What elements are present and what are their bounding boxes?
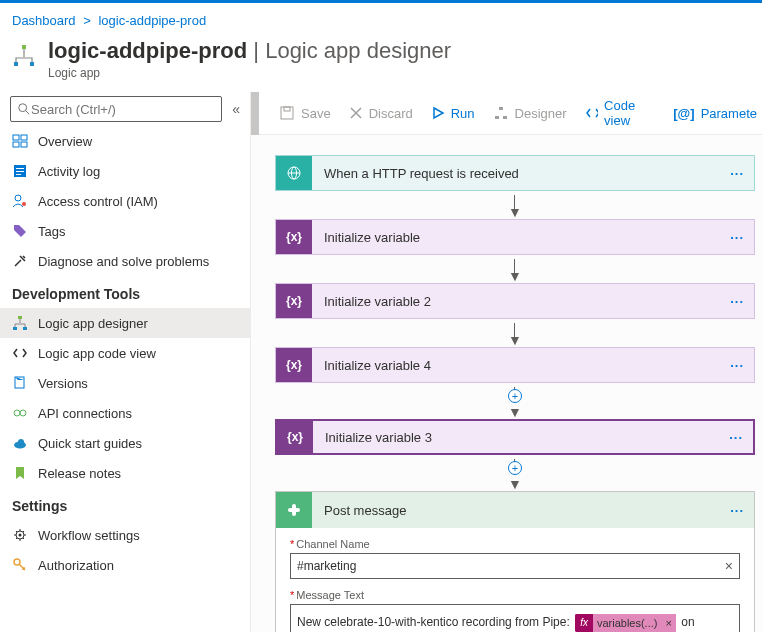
breadcrumb-separator: > [83, 13, 91, 28]
add-step-button[interactable]: + [508, 461, 522, 475]
step-menu-button[interactable]: ··· [720, 294, 754, 309]
svg-point-14 [22, 202, 26, 206]
nav-quickstart[interactable]: Quick start guides [0, 428, 250, 458]
flow-arrow-plus: + ▼ [508, 459, 522, 487]
step-menu-button[interactable]: ··· [720, 230, 754, 245]
resource-type-label: Logic app [48, 66, 451, 80]
msg-text: on [681, 615, 694, 629]
post-message-header[interactable]: Post message ··· [276, 492, 754, 528]
nav-logic-app-designer[interactable]: Logic app designer [0, 308, 250, 338]
svg-point-20 [20, 410, 26, 416]
channel-value: #marketing [297, 559, 356, 573]
versions-icon [12, 375, 28, 391]
svg-rect-2 [30, 62, 34, 66]
breadcrumb: Dashboard > logic-addpipe-prod [0, 3, 762, 34]
step-menu-button[interactable]: ··· [720, 503, 754, 518]
run-button[interactable]: Run [431, 106, 475, 121]
step-title: Post message [312, 503, 720, 518]
flow-arrow: ▼ [508, 195, 522, 215]
svg-rect-1 [14, 62, 18, 66]
svg-rect-7 [13, 142, 19, 147]
nav-api-connections[interactable]: API connections [0, 398, 250, 428]
nav-label: Diagnose and solve problems [38, 254, 209, 269]
svg-point-22 [18, 439, 24, 445]
svg-rect-10 [16, 168, 24, 169]
post-message-body: *Channel Name #marketing × *Message Text… [276, 528, 754, 632]
step-title: Initialize variable 4 [312, 358, 720, 373]
svg-rect-15 [18, 316, 22, 319]
search-input[interactable] [10, 96, 222, 122]
svg-rect-5 [13, 135, 19, 140]
channel-name-input[interactable]: #marketing × [290, 553, 740, 579]
svg-rect-26 [281, 107, 293, 119]
parameters-button[interactable]: [@] Paramete [673, 106, 757, 121]
nav-release-notes[interactable]: Release notes [0, 458, 250, 488]
step-init-var-1[interactable]: {x} Initialize variable ··· [275, 219, 755, 255]
save-icon [279, 105, 295, 121]
svg-rect-8 [21, 142, 27, 147]
message-text-input[interactable]: New celebrate-10-with-kentico recording … [290, 604, 740, 632]
nav-tags[interactable]: Tags [0, 216, 250, 246]
step-init-var-3[interactable]: {x} Initialize variable 3 ··· [275, 419, 755, 455]
flow-arrow: ▼ [508, 323, 522, 343]
search-icon [17, 102, 31, 116]
step-http-trigger[interactable]: When a HTTP request is received ··· [275, 155, 755, 191]
flow-arrow: ▼ [508, 259, 522, 279]
variable-icon: {x} [276, 220, 312, 254]
expression-token[interactable]: fxvariables(...)× [575, 614, 676, 632]
svg-point-24 [19, 534, 22, 537]
nav-label: Workflow settings [38, 528, 140, 543]
svg-rect-35 [292, 504, 296, 516]
slack-icon [276, 492, 312, 528]
collapse-sidebar-button[interactable]: « [232, 101, 240, 117]
nav-versions[interactable]: Versions [0, 368, 250, 398]
search-field[interactable] [31, 102, 215, 117]
discard-button[interactable]: Discard [349, 106, 413, 121]
step-menu-button[interactable]: ··· [719, 430, 753, 445]
designer-button[interactable]: Designer [493, 105, 567, 121]
code-icon [12, 345, 28, 361]
nav-label: Versions [38, 376, 88, 391]
msg-text: New celebrate-10-with-kentico recording … [297, 615, 570, 629]
nav-diagnose[interactable]: Diagnose and solve problems [0, 246, 250, 276]
nav-access-control[interactable]: Access control (IAM) [0, 186, 250, 216]
step-menu-button[interactable]: ··· [720, 166, 754, 181]
svg-rect-27 [284, 107, 290, 111]
svg-line-4 [26, 111, 30, 115]
designer-canvas[interactable]: When a HTTP request is received ··· ▼ {x… [251, 135, 762, 632]
flow-arrow-plus: + ▼ [508, 387, 522, 415]
step-menu-button[interactable]: ··· [720, 358, 754, 373]
nav-workflow-settings[interactable]: Workflow settings [0, 520, 250, 550]
step-init-var-2[interactable]: {x} Initialize variable 2 ··· [275, 283, 755, 319]
nav-label: API connections [38, 406, 132, 421]
step-title: Initialize variable 3 [313, 430, 719, 445]
diagnose-icon [12, 253, 28, 269]
params-icon: [@] [673, 106, 694, 121]
key-icon [12, 557, 28, 573]
nav-authorization[interactable]: Authorization [0, 550, 250, 580]
step-title: Initialize variable [312, 230, 720, 245]
breadcrumb-dashboard[interactable]: Dashboard [12, 13, 76, 28]
svg-point-3 [19, 104, 27, 112]
nav-code-view[interactable]: Logic app code view [0, 338, 250, 368]
page-header: logic-addpipe-prod | Logic app designer … [0, 34, 762, 92]
save-button[interactable]: Save [279, 105, 331, 121]
nav-label: Authorization [38, 558, 114, 573]
nav-overview[interactable]: Overview [0, 126, 250, 156]
add-step-button[interactable]: + [508, 389, 522, 403]
nav-activity-log[interactable]: Activity log [0, 156, 250, 186]
content-pane: Save Discard Run Designer Code view [@] … [251, 92, 762, 632]
variable-icon: {x} [276, 348, 312, 382]
toolbar: Save Discard Run Designer Code view [@] … [251, 92, 762, 135]
step-post-message[interactable]: Post message ··· *Channel Name #marketin… [275, 491, 755, 632]
svg-rect-30 [503, 116, 507, 119]
nav-label: Logic app designer [38, 316, 148, 331]
iam-icon [12, 193, 28, 209]
step-init-var-4[interactable]: {x} Initialize variable 4 ··· [275, 347, 755, 383]
nav-label: Quick start guides [38, 436, 142, 451]
breadcrumb-resource[interactable]: logic-addpipe-prod [98, 13, 206, 28]
clear-channel-button[interactable]: × [725, 558, 733, 574]
code-view-button[interactable]: Code view [585, 98, 656, 128]
tag-icon [12, 223, 28, 239]
variable-icon: {x} [277, 421, 313, 453]
